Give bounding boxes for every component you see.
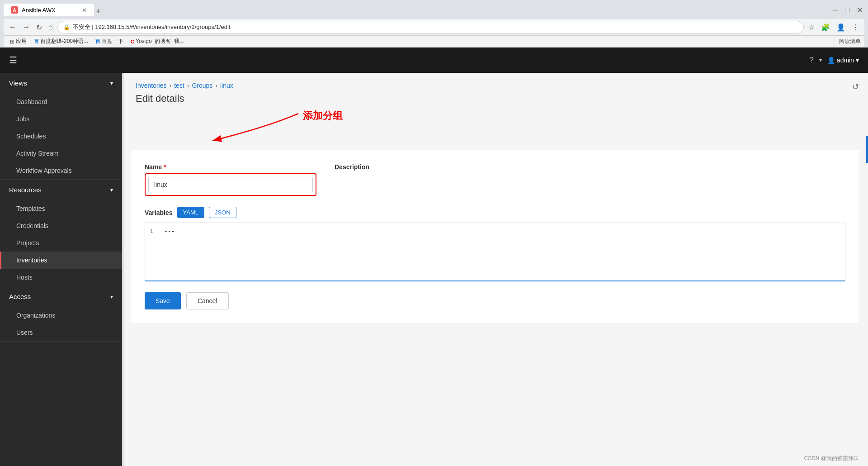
minimize-button[interactable]: ─: [831, 5, 840, 15]
breadcrumb-inventories[interactable]: Inventories: [136, 82, 166, 89]
name-field-wrapper: [145, 173, 316, 196]
variables-label: Variables: [145, 209, 173, 216]
breadcrumb-sep-1: ›: [169, 82, 171, 89]
description-input[interactable]: [335, 173, 506, 188]
bookmark-csdn[interactable]: C Yosigo_的博客_我...: [128, 37, 187, 46]
sidebar-section-access-header[interactable]: Access ▾: [0, 286, 122, 307]
profile-button[interactable]: 👤: [835, 22, 847, 33]
sidebar-item-organizations[interactable]: Organizations: [0, 307, 122, 324]
page-title: Edit details: [136, 93, 854, 105]
sidebar-item-jobs[interactable]: Jobs: [0, 110, 122, 128]
refresh-button[interactable]: ↻: [34, 22, 44, 33]
breadcrumb-sep-3: ›: [215, 82, 217, 89]
apps-grid-icon: ⊞: [10, 38, 14, 45]
bookmark-apps[interactable]: ⊞ 应用: [7, 37, 29, 46]
bookmark-baidu-translate[interactable]: 百 百度翻译-200种语...: [31, 37, 91, 46]
forward-button[interactable]: →: [21, 22, 32, 32]
close-browser-button[interactable]: ✕: [855, 5, 864, 15]
sidebar-item-activity-stream[interactable]: Activity Stream: [0, 145, 122, 162]
tab-favicon: A: [11, 6, 18, 14]
breadcrumb-test[interactable]: test: [174, 82, 184, 89]
content-area: Inventories › test › Groups › linux Edit…: [122, 73, 868, 466]
back-button[interactable]: ←: [7, 22, 18, 32]
sidebar-item-schedules[interactable]: Schedules: [0, 128, 122, 145]
name-input[interactable]: [148, 177, 313, 192]
variables-header: Variables YAML JSON: [145, 207, 845, 218]
yaml-tab-button[interactable]: YAML: [177, 207, 204, 218]
help-icon[interactable]: ?: [810, 56, 814, 64]
sidebar-section-resources-header[interactable]: Resources ▾: [0, 180, 122, 200]
code-line-numbers: 1: [150, 228, 159, 276]
breadcrumb-linux[interactable]: linux: [220, 82, 233, 89]
sidebar-item-projects[interactable]: Projects: [0, 234, 122, 252]
hamburger-menu-button[interactable]: ☰: [9, 55, 17, 66]
name-label: Name *: [145, 163, 316, 171]
json-tab-button[interactable]: JSON: [209, 207, 236, 218]
sidebar-item-templates[interactable]: Templates: [0, 200, 122, 217]
url-text: 不安全 | 192.168.15.5/#/inventories/invento…: [73, 23, 231, 31]
sidebar-item-credentials[interactable]: Credentials: [0, 217, 122, 234]
user-icon: 👤: [827, 57, 835, 64]
description-form-group: Description: [335, 163, 845, 196]
user-menu[interactable]: 👤 admin ▾: [827, 57, 859, 64]
access-label: Access: [9, 293, 31, 300]
scroll-indicator: [866, 136, 868, 163]
breadcrumb-groups[interactable]: Groups: [192, 82, 212, 89]
page-header: Inventories › test › Groups › linux Edit…: [122, 73, 868, 109]
baidu2-favicon: 百: [95, 38, 100, 45]
save-button[interactable]: Save: [145, 292, 181, 309]
csdn-favicon: C: [131, 39, 134, 44]
description-label: Description: [335, 163, 845, 171]
sidebar: Views ▾ Dashboard Jobs Schedules Activit…: [0, 73, 122, 466]
access-chevron-icon: ▾: [110, 294, 113, 300]
resources-chevron-icon: ▾: [110, 187, 113, 193]
code-content: ---: [164, 228, 840, 276]
tab-close-button[interactable]: ✕: [82, 7, 87, 14]
required-star: *: [164, 163, 166, 171]
name-form-group: Name *: [145, 163, 316, 196]
left-border: [122, 73, 124, 466]
sidebar-item-dashboard[interactable]: Dashboard: [0, 93, 122, 110]
code-editor[interactable]: 1 ---: [145, 223, 845, 281]
sidebar-section-access: Access ▾ Organizations Users: [0, 286, 122, 342]
form-container: Name * Description: [131, 150, 859, 323]
reading-list-btn[interactable]: 阅读清单: [839, 38, 861, 45]
baidu-favicon: 百: [34, 38, 39, 45]
form-buttons: Save Cancel: [145, 292, 845, 309]
new-tab-button[interactable]: +: [96, 7, 101, 16]
form-row-name-description: Name * Description: [145, 163, 845, 196]
annotation-container: 添加分组: [131, 109, 868, 145]
home-button[interactable]: ⌂: [47, 22, 55, 32]
watermark: CSDN @我的紫霞辣味: [804, 455, 859, 462]
annotation-text: 添加分组: [303, 109, 343, 123]
extensions-button[interactable]: 🧩: [819, 22, 832, 33]
top-navigation: ☰ ? ▾ 👤 admin ▾: [0, 48, 868, 73]
sidebar-section-views-header[interactable]: Views ▾: [0, 73, 122, 93]
views-label: Views: [9, 79, 27, 87]
refresh-icon: ↺: [852, 82, 859, 91]
maximize-button[interactable]: □: [843, 5, 851, 15]
user-chevron-icon: ▾: [856, 57, 859, 64]
resources-label: Resources: [9, 186, 42, 194]
cancel-button[interactable]: Cancel: [186, 292, 229, 309]
sidebar-item-users[interactable]: Users: [0, 324, 122, 341]
breadcrumb: Inventories › test › Groups › linux: [136, 82, 854, 89]
bookmark-baidu[interactable]: 百 百度一下: [93, 37, 126, 46]
sidebar-item-hosts[interactable]: Hosts: [0, 269, 122, 286]
menu-button[interactable]: ⋮: [850, 22, 861, 33]
security-icon: 🔒: [63, 24, 70, 30]
help-chevron-icon[interactable]: ▾: [819, 57, 822, 63]
sidebar-item-workflow-approvals[interactable]: Workflow Approvals: [0, 162, 122, 179]
tab-title: Ansible AWX: [22, 7, 56, 14]
sidebar-section-resources: Resources ▾ Templates Credentials Projec…: [0, 180, 122, 286]
bookmark-star-button[interactable]: ☆: [807, 22, 816, 33]
bookmarks-bar: ⊞ 应用 百 百度翻译-200种语... 百 百度一下 C Yosigo_的博客…: [4, 36, 864, 48]
variables-section: Variables YAML JSON 1 ---: [145, 207, 845, 281]
address-bar[interactable]: 🔒 不安全 | 192.168.15.5/#/inventories/inven…: [57, 21, 804, 33]
refresh-button[interactable]: ↺: [852, 82, 859, 92]
browser-tab[interactable]: A Ansible AWX ✕: [4, 4, 94, 16]
views-chevron-icon: ▾: [110, 80, 113, 86]
sidebar-item-inventories[interactable]: Inventories: [0, 252, 122, 269]
annotation-arrow: [176, 109, 312, 145]
user-label: admin: [837, 57, 854, 64]
